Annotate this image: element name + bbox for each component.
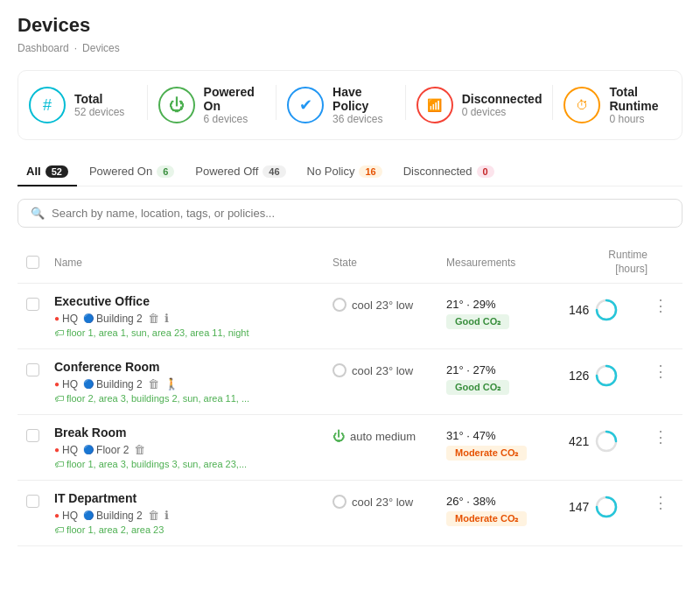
more-options-button[interactable]: ⋮ [648, 360, 674, 381]
header-measurements: Mesaurements [446, 257, 569, 269]
tab-all-badge: 52 [46, 165, 68, 178]
breadcrumb-devices[interactable]: Devices [82, 42, 120, 54]
leaf-icon: 🏷 [54, 393, 64, 404]
stat-runtime-value: 0 hours [609, 113, 671, 125]
row-checkbox-cell [26, 360, 54, 376]
device-icon-2: ℹ [164, 312, 169, 325]
location-row: ● HQ 🔵 Building 2 🗑 🚶 [54, 377, 332, 390]
device-name: IT Department [54, 491, 332, 505]
search-bar[interactable]: 🔍 [18, 199, 682, 228]
device-icon-1: 🗑 [148, 377, 159, 390]
state-circle-icon [332, 298, 346, 312]
tab-no-policy-label: No Policy [307, 165, 355, 178]
stat-policy-label: Have Policy [332, 85, 395, 113]
floor-tags-text: floor 1, area 1, sun, area 23, area 11, … [66, 327, 249, 338]
header-state: State [332, 257, 446, 269]
tab-powered-on-badge: 6 [157, 165, 174, 178]
floor-tags: 🏷 floor 1, area 1, sun, area 23, area 11… [54, 327, 332, 338]
stat-runtime-label: Total Runtime [609, 85, 671, 113]
breadcrumb-dashboard[interactable]: Dashboard [18, 42, 69, 54]
disconnected-icon: 📶 [416, 87, 453, 123]
floor-tags-text: floor 1, area 2, area 23 [66, 524, 164, 535]
row-checkbox-cell [26, 491, 54, 508]
co2-badge: Good CO₂ [446, 314, 509, 329]
meas-temp: 21° · 27% [446, 363, 569, 376]
stats-row: # Total 52 devices ⏻ Powered On 6 device… [18, 70, 682, 140]
floor-tags: 🏷 floor 2, area 3, buildings 2, sun, are… [54, 393, 332, 404]
tab-powered-on-label: Powered On [89, 165, 152, 178]
shield-icon: 🔵 [83, 379, 94, 389]
device-icon-2: ℹ [164, 509, 169, 522]
building-label: Building 2 [96, 378, 143, 390]
row-checkbox[interactable] [26, 429, 39, 442]
stat-total: # Total 52 devices [29, 85, 136, 125]
table-row: Executive Office ● HQ 🔵 Building 2 🗑 ℹ 🏷 [18, 284, 682, 349]
total-icon: # [29, 87, 66, 123]
header-checkbox[interactable] [26, 256, 39, 269]
divider [552, 85, 553, 120]
floor-tags-text: floor 1, area 3, buildings 3, sun, area … [66, 459, 247, 469]
tab-all[interactable]: All 52 [18, 158, 77, 186]
hq-dot-icon: ● [54, 510, 60, 520]
tab-no-policy[interactable]: No Policy 16 [298, 158, 391, 186]
cell-name: Conference Room ● HQ 🔵 Building 2 🗑 🚶 🏷 [54, 360, 332, 404]
stat-policy-value: 36 devices [332, 113, 395, 125]
tab-powered-off-badge: 46 [262, 165, 285, 178]
tab-disconnected-label: Disconnected [403, 165, 472, 178]
tab-powered-off[interactable]: Powered Off 46 [186, 158, 294, 186]
more-options-button[interactable]: ⋮ [648, 294, 674, 315]
device-icon-1: 🗑 [148, 312, 159, 325]
shield-icon: 🔵 [83, 445, 94, 454]
header-runtime: Runtime[hours] [569, 249, 648, 276]
tab-disconnected-badge: 0 [477, 165, 494, 178]
divider [147, 85, 148, 120]
cell-name: Break Room ● HQ 🔵 Floor 2 🗑 🏷 floor 1, a… [54, 426, 332, 469]
stat-powered-on-value: 6 devices [204, 113, 266, 125]
table-header: Name State Mesaurements Runtime[hours] [18, 242, 682, 284]
row-checkbox[interactable] [26, 363, 39, 376]
meas-temp: 26° · 38% [446, 495, 569, 508]
runtime-spinner-icon [594, 429, 619, 454]
leaf-icon: 🏷 [54, 327, 64, 338]
row-checkbox-cell [26, 426, 54, 442]
cell-measurements: 26° · 38% Moderate CO₂ [446, 491, 569, 526]
stat-total-value: 52 devices [74, 106, 124, 118]
runtime-value: 126 [569, 369, 589, 383]
cell-state: cool 23° low [332, 491, 446, 509]
runtime-icon: ⏱ [564, 87, 600, 123]
row-checkbox-cell [26, 294, 54, 311]
page: Devices Dashboard · Devices # Total 52 d… [0, 0, 700, 560]
header-name: Name [54, 257, 332, 269]
more-options-button[interactable]: ⋮ [648, 426, 674, 447]
policy-icon: ✔ [287, 87, 324, 123]
device-name: Break Room [54, 426, 332, 440]
meas-temp: 31° · 47% [446, 429, 569, 442]
state-label: cool 23° low [352, 364, 413, 377]
runtime-value: 147 [569, 500, 589, 514]
stat-policy: ✔ Have Policy 36 devices [287, 85, 395, 125]
co2-badge: Good CO₂ [446, 380, 509, 395]
floor-tags-text: floor 2, area 3, buildings 2, sun, area … [66, 393, 249, 404]
tab-powered-on[interactable]: Powered On 6 [80, 158, 183, 186]
device-icon-1: 🗑 [134, 443, 145, 456]
state-label: cool 23° low [352, 496, 413, 509]
location-row: ● HQ 🔵 Floor 2 🗑 [54, 443, 332, 456]
location-row: ● HQ 🔵 Building 2 🗑 ℹ [54, 509, 332, 522]
search-input[interactable] [52, 207, 669, 220]
state-label: auto medium [350, 430, 416, 443]
cell-name: IT Department ● HQ 🔵 Building 2 🗑 ℹ 🏷 [54, 491, 332, 535]
building-label: Floor 2 [96, 444, 129, 456]
table-row: IT Department ● HQ 🔵 Building 2 🗑 ℹ 🏷 [18, 481, 682, 546]
header-checkbox-cell [26, 256, 54, 269]
row-checkbox[interactable] [26, 298, 39, 311]
row-checkbox[interactable] [26, 495, 39, 508]
stat-runtime: ⏱ Total Runtime 0 hours [564, 85, 671, 125]
tab-disconnected[interactable]: Disconnected 0 [395, 158, 503, 186]
shield-icon: 🔵 [83, 510, 94, 520]
device-icon-1: 🗑 [148, 509, 159, 522]
hq-dot-icon: ● [54, 379, 60, 389]
cell-state: ⏻ auto medium [332, 426, 446, 443]
tab-no-policy-badge: 16 [359, 165, 382, 178]
more-options-button[interactable]: ⋮ [648, 491, 674, 512]
co2-badge: Moderate CO₂ [446, 511, 527, 526]
